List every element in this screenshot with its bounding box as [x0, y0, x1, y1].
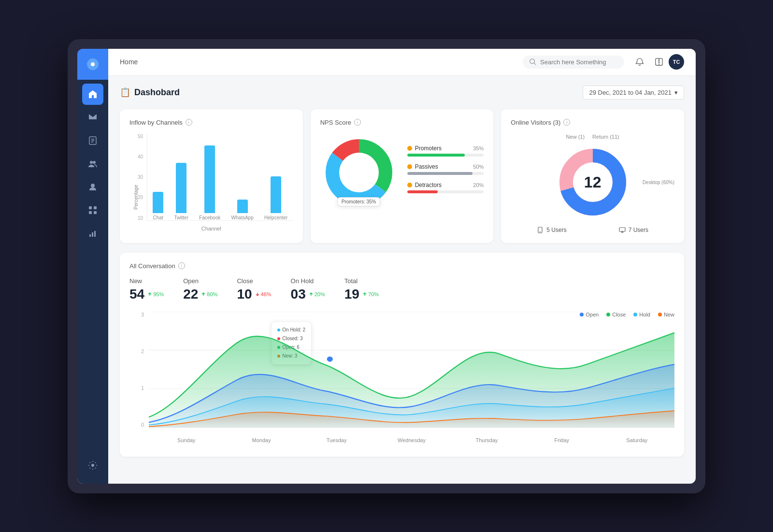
svg-rect-15	[94, 231, 96, 237]
nps-tooltip: Promoters: 35%	[337, 197, 381, 206]
inflow-card: Inflow by Channels i Percentage 50 40 30	[120, 109, 303, 243]
visitors-card-title: Online Visitors (3) i	[511, 119, 674, 126]
conversation-info-icon[interactable]: i	[178, 262, 185, 269]
sidebar-item-home[interactable]	[82, 84, 103, 105]
header: Home	[108, 49, 696, 76]
visitors-bottom: 5 Users 7 Users	[511, 227, 674, 233]
onhold-badge: 20%	[309, 291, 325, 297]
sidebar-item-messages[interactable]	[82, 107, 103, 128]
svg-rect-11	[89, 211, 92, 214]
sidebar	[77, 49, 108, 484]
page-title: 📋 Dashobard	[120, 87, 180, 98]
visitors-legend-top: New (1) Return (11)	[511, 134, 674, 140]
svg-line-18	[534, 63, 536, 65]
svg-rect-13	[89, 234, 91, 237]
passives-bar-fill	[407, 172, 472, 175]
nps-detractors: Detractors 20%	[407, 182, 484, 193]
conversation-stats: New 54 95% Open	[129, 277, 674, 302]
x-axis-label: Channel	[129, 226, 293, 231]
bar-twitter: Twitter	[174, 163, 188, 220]
search-bar[interactable]	[523, 56, 624, 69]
open-badge: 80%	[201, 291, 217, 297]
sidebar-item-settings[interactable]	[82, 455, 103, 476]
sidebar-item-contacts[interactable]	[82, 130, 103, 151]
passives-dot	[407, 164, 412, 169]
sidebar-logo[interactable]	[77, 49, 108, 80]
user-avatar[interactable]: TC	[669, 54, 684, 70]
nps-card: NPS Score i	[311, 109, 494, 243]
svg-point-16	[91, 464, 94, 467]
y-axis-numbers: 50 40 30 20 10	[129, 134, 145, 221]
bar-helpcenter: Helpcenter	[264, 176, 287, 220]
date-range-picker[interactable]: 29 Dec, 2021 to 04 Jan, 2021 ▾	[583, 86, 684, 100]
promoters-bar-fill	[407, 154, 465, 157]
total-badge: 70%	[362, 291, 379, 297]
visitors-donut: 12	[554, 144, 631, 221]
svg-rect-12	[94, 211, 97, 214]
app-container: Home	[77, 49, 696, 484]
nps-passives: Passives 50%	[407, 163, 484, 175]
arrow-up-icon-2	[201, 292, 206, 297]
bar-chat: Chat	[153, 192, 163, 220]
sidebar-bottom	[82, 447, 103, 484]
svg-point-17	[530, 59, 535, 64]
mobile-icon	[537, 227, 544, 233]
sidebar-item-teams[interactable]	[82, 153, 103, 174]
detractors-bar-fill	[407, 190, 438, 193]
sidebar-item-agents[interactable]	[82, 176, 103, 198]
stat-close: Close 10 46%	[237, 277, 271, 302]
sidebar-nav	[82, 80, 103, 447]
svg-point-1	[91, 62, 95, 66]
chart-y-labels: 3 2 1 0	[129, 312, 147, 428]
visitors-card: Online Visitors (3) i New (1) Return (11…	[501, 109, 684, 243]
stat-open: Open 22 80%	[183, 277, 217, 302]
breadcrumb: Home	[120, 58, 138, 66]
bars-container: Chat Twitter Facebook	[147, 134, 293, 221]
visitors-info-icon[interactable]: i	[563, 119, 570, 126]
nps-donut: Promoters: 35%	[320, 134, 398, 211]
new-badge: 95%	[147, 291, 164, 297]
bar-whatsapp: WhatsApp	[231, 200, 254, 220]
conversation-card-title: All Conversation i	[129, 262, 674, 270]
book-icon: 📋	[120, 87, 130, 98]
bar-facebook-fill	[204, 145, 215, 213]
passives-bar-bg	[407, 172, 484, 175]
bar-chat-fill	[153, 192, 163, 213]
device-frame: Home	[68, 39, 705, 493]
alerts-icon[interactable]	[651, 54, 667, 70]
bar-whatsapp-fill	[237, 200, 248, 213]
arrow-up-icon-4	[362, 292, 367, 297]
visitors-donut-wrapper: 12 Desktop (60%)	[511, 144, 674, 221]
mobile-stat: 5 Users	[537, 227, 566, 233]
sidebar-item-reports[interactable]	[82, 223, 103, 244]
svg-point-28	[540, 231, 541, 232]
promoters-dot	[407, 146, 412, 151]
inflow-info-icon[interactable]: i	[186, 119, 192, 126]
area-chart: Open Close Hold	[129, 312, 674, 447]
svg-rect-9	[89, 206, 92, 209]
nps-legend: Promoters 35%	[407, 145, 484, 200]
close-badge: 46%	[255, 291, 272, 297]
search-icon	[530, 58, 536, 65]
bar-facebook: Facebook	[199, 145, 220, 220]
arrow-down-icon	[255, 292, 260, 297]
nps-promoters: Promoters 35%	[407, 145, 484, 157]
sidebar-item-integrations[interactable]	[82, 200, 103, 221]
stat-total: Total 19 70%	[344, 277, 379, 302]
svg-point-7	[93, 161, 96, 164]
visitors-center-value: 12	[584, 173, 601, 191]
desktop-icon	[619, 227, 626, 233]
search-input[interactable]	[540, 58, 617, 66]
svg-point-8	[91, 184, 95, 187]
arrow-up-icon-3	[309, 292, 314, 297]
bar-helpcenter-fill	[271, 176, 281, 213]
desktop-label: Desktop (60%)	[643, 179, 674, 185]
detractors-dot	[407, 183, 412, 187]
conversation-card: All Conversation i New 54 95%	[120, 253, 684, 457]
content-header: 📋 Dashobard 29 Dec, 2021 to 04 Jan, 2021…	[120, 86, 684, 100]
nps-card-title: NPS Score i	[320, 119, 484, 126]
notifications-icon[interactable]	[632, 54, 647, 70]
nps-info-icon[interactable]: i	[354, 119, 361, 126]
nps-content: Promoters: 35% Promoters 35%	[320, 134, 484, 211]
cards-row: Inflow by Channels i Percentage 50 40 30	[120, 109, 684, 243]
